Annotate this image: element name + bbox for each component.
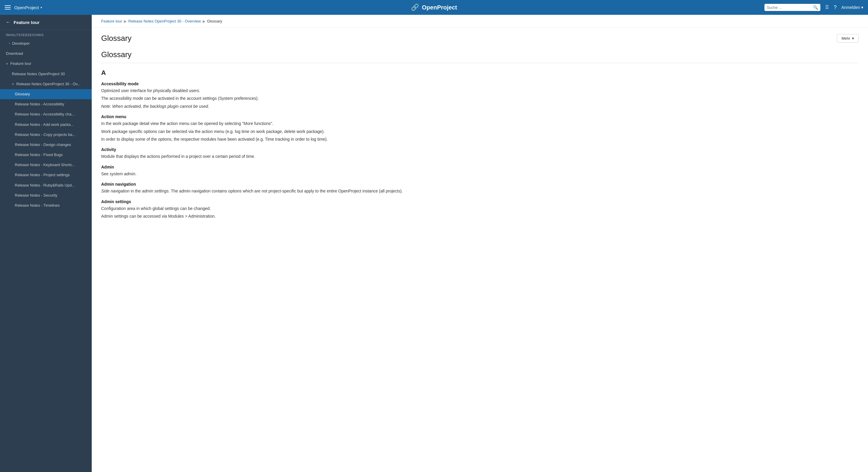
- sidebar-item-label: Release Notes - Fixed Bugs: [15, 152, 63, 157]
- breadcrumb: Feature tour ▶ Release Notes OpenProject…: [92, 15, 868, 28]
- content-area: Feature tour ▶ Release Notes OpenProject…: [92, 15, 868, 472]
- sidebar-item-accessibility[interactable]: Release Notes - Accessibility: [0, 99, 92, 109]
- sidebar-item-label: Release Notes OpenProject 30 - Ov...: [16, 82, 81, 87]
- sidebar-item[interactable]: › Developer: [0, 38, 92, 49]
- logo-icon: 🔗: [411, 4, 419, 11]
- toc-label: INHALTSVERZEICHNIS: [0, 30, 92, 38]
- sidebar-item-label: Release Notes - Copy projects ba...: [15, 132, 75, 138]
- breadcrumb-current: Glossary: [207, 19, 222, 23]
- chevron-down-icon: ∨: [6, 62, 8, 66]
- term-body: See system admin.: [101, 171, 859, 177]
- sidebar-item-add-work[interactable]: Release Notes - Add work packa...: [0, 120, 92, 130]
- chevron-right-icon: ›: [9, 41, 10, 46]
- term-body: Admin settings can be accessed via Modul…: [101, 213, 859, 219]
- sidebar-item-label: Release Notes - Security: [15, 193, 57, 198]
- term-title: Activity: [101, 147, 859, 152]
- sidebar-item-download[interactable]: Download: [0, 49, 92, 59]
- sidebar-item-label: Feature tour: [10, 61, 31, 66]
- sidebar-item-label: Glossary: [15, 91, 30, 97]
- mehr-chevron-icon: ▾: [852, 36, 854, 40]
- brand-name[interactable]: OpenProject ▾: [14, 5, 42, 10]
- sidebar-item-copy-projects[interactable]: Release Notes - Copy projects ba...: [0, 130, 92, 140]
- site-title: OpenProject: [422, 4, 457, 11]
- sidebar-item-security[interactable]: Release Notes - Security: [0, 190, 92, 201]
- term-activity: Activity Module that displays the action…: [101, 147, 859, 159]
- sidebar-item-timelines[interactable]: Release Notes - Timelines: [0, 201, 92, 210]
- sidebar-item-glossary[interactable]: Glossary: [0, 89, 92, 99]
- sidebar-header: ← Feature tour: [0, 15, 92, 30]
- sidebar-item-label: Release Notes - Keyboard Shortc...: [15, 162, 75, 168]
- sidebar-item-label: Release Notes - Accessibility cha...: [15, 112, 74, 117]
- search-icon: 🔍: [813, 5, 818, 10]
- sidebar-item-label: Release Notes - Accessibility: [15, 101, 64, 107]
- grid-icon[interactable]: ⠿: [825, 4, 829, 11]
- search-input[interactable]: [767, 5, 811, 10]
- sidebar-item-keyboard[interactable]: Release Notes - Keyboard Shortc...: [0, 160, 92, 170]
- page-title-row: Glossary Mehr ▾: [101, 34, 859, 43]
- section-a: A: [101, 69, 859, 77]
- breadcrumb-sep-1: ▶: [124, 19, 127, 23]
- term-title: Admin navigation: [101, 182, 859, 186]
- term-admin-settings: Admin settings Configuration area in whi…: [101, 199, 859, 220]
- page-title: Glossary: [101, 34, 132, 43]
- anmelden-chevron-icon: ▾: [861, 5, 863, 10]
- breadcrumb-release-notes[interactable]: Release Notes OpenProject 30 - Overview: [128, 19, 201, 23]
- sidebar-item-project-settings[interactable]: Release Notes - Project settings: [0, 170, 92, 180]
- sidebar-item-design-changes[interactable]: Release Notes - Design changes: [0, 140, 92, 150]
- chevron-down-icon: ∨: [12, 82, 14, 86]
- term-title: Accessibility mode: [101, 82, 859, 86]
- top-navigation: OpenProject ▾ 🔗 OpenProject 🔍 ⠿ ? Anmeld…: [0, 0, 868, 15]
- term-title: Admin: [101, 165, 859, 169]
- main-layout: ← Feature tour INHALTSVERZEICHNIS › Deve…: [0, 15, 868, 472]
- breadcrumb-feature-tour[interactable]: Feature tour: [101, 19, 122, 23]
- search-box[interactable]: 🔍: [765, 4, 820, 11]
- sidebar-item-label: Release Notes - Timelines: [15, 203, 60, 208]
- term-accessibility-mode: Accessibility mode Optimized user interf…: [101, 82, 859, 110]
- sidebar-item-release-notes-ov[interactable]: ∨ Release Notes OpenProject 30 - Ov...: [0, 79, 92, 89]
- sidebar-item-label: Release Notes - Design changes: [15, 142, 71, 147]
- nav-center: 🔗 OpenProject: [411, 4, 457, 11]
- term-body: Work package specific options can be sel…: [101, 128, 859, 135]
- term-note: Note: When activated, the backlogs plugi…: [101, 103, 859, 110]
- sidebar-title: Feature tour: [13, 20, 40, 25]
- term-body: In order to display some of the options,…: [101, 136, 859, 142]
- sidebar-item-label: Download: [6, 51, 23, 56]
- sidebar-item-feature-tour[interactable]: ∨ Feature tour: [0, 59, 92, 69]
- sidebar-item-label: Release Notes - Add work packa...: [15, 122, 74, 127]
- content-inner: Glossary Mehr ▾ Glossary A Accessibility…: [92, 28, 868, 232]
- sidebar-item-fixed-bugs[interactable]: Release Notes - Fixed Bugs: [0, 150, 92, 160]
- term-body: The accessibility mode can be activated …: [101, 95, 859, 101]
- sidebar-item-label: Release Notes OpenProject 30: [12, 71, 65, 77]
- term-body: In the work package detail view the acti…: [101, 120, 859, 127]
- sidebar-item-label: Developer: [12, 41, 30, 46]
- term-body: Module that displays the actions perform…: [101, 153, 859, 159]
- term-body: Configuration area in which global setti…: [101, 205, 859, 212]
- sidebar: ← Feature tour INHALTSVERZEICHNIS › Deve…: [0, 15, 92, 472]
- nav-right: 🔍 ⠿ ? Anmelden ▾: [765, 4, 863, 11]
- mehr-button[interactable]: Mehr ▾: [837, 34, 859, 42]
- nav-left: OpenProject ▾: [5, 5, 42, 10]
- term-admin-navigation: Admin navigation Side navigation in the …: [101, 182, 859, 194]
- content-heading: Glossary: [101, 50, 859, 63]
- term-action-menu: Action menu In the work package detail v…: [101, 114, 859, 142]
- sidebar-item-ruby-rails[interactable]: Release Notes - Ruby&Rails Upd...: [0, 180, 92, 190]
- help-icon[interactable]: ?: [834, 4, 837, 11]
- sidebar-item-label: Release Notes - Project settings: [15, 172, 70, 178]
- term-body: Optimized user interface for physically …: [101, 87, 859, 94]
- sidebar-item-release-notes-30[interactable]: Release Notes OpenProject 30: [0, 69, 92, 79]
- term-title: Admin settings: [101, 199, 859, 204]
- sidebar-item-label: Release Notes - Ruby&Rails Upd...: [15, 183, 75, 188]
- breadcrumb-sep-2: ▶: [203, 19, 205, 23]
- term-body: Side navigation in the admin settings. T…: [101, 188, 859, 194]
- term-admin: Admin See system admin.: [101, 165, 859, 177]
- back-arrow-icon[interactable]: ←: [6, 20, 11, 25]
- term-title: Action menu: [101, 114, 859, 119]
- hamburger-menu[interactable]: [5, 5, 11, 9]
- brand-chevron-icon: ▾: [40, 6, 42, 9]
- sidebar-item-accessibility-cha[interactable]: Release Notes - Accessibility cha...: [0, 109, 92, 119]
- anmelden-button[interactable]: Anmelden ▾: [841, 5, 863, 10]
